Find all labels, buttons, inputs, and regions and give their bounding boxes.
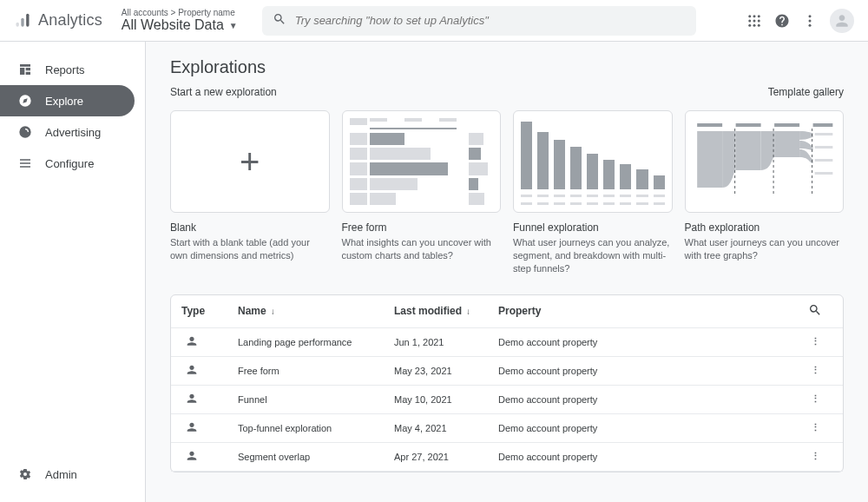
advertising-icon — [17, 125, 33, 139]
cell-property: Demo account property — [498, 337, 798, 347]
subhead: Start a new exploration — [170, 86, 277, 98]
svg-point-13 — [809, 19, 812, 22]
nav-reports-label: Reports — [45, 63, 85, 76]
cell-property: Demo account property — [498, 423, 798, 433]
svg-rect-26 — [814, 159, 832, 162]
row-more-icon[interactable]: ⋮ — [798, 451, 832, 462]
cell-property: Demo account property — [498, 394, 798, 405]
nav-explore[interactable]: Explore — [0, 85, 135, 116]
th-modified[interactable]: Last modified↓ — [394, 305, 498, 317]
svg-rect-16 — [735, 123, 760, 127]
owner-icon — [185, 334, 199, 350]
template-freeform[interactable] — [342, 110, 502, 213]
template-freeform-desc: What insights can you uncover with custo… — [342, 236, 502, 262]
svg-point-8 — [758, 19, 760, 22]
svg-rect-17 — [774, 123, 799, 127]
svg-rect-25 — [814, 146, 832, 149]
table-search-icon[interactable] — [798, 303, 832, 320]
account-picker[interactable]: All accounts > Property name All Website… — [122, 8, 238, 33]
template-funnel[interactable] — [513, 110, 673, 213]
funnel-illustration — [521, 118, 665, 205]
brand-name: Analytics — [38, 11, 102, 30]
svg-point-6 — [748, 19, 751, 22]
nav-advertising-label: Advertising — [45, 126, 101, 139]
cell-name: Funnel — [238, 394, 394, 405]
gear-icon — [17, 467, 33, 481]
search-box[interactable] — [262, 6, 696, 36]
table-row[interactable]: FunnelMay 10, 2021Demo account property⋮ — [171, 386, 843, 414]
template-path-desc: What user journeys can you uncover with … — [685, 236, 845, 262]
row-more-icon[interactable]: ⋮ — [798, 365, 832, 376]
svg-rect-0 — [16, 22, 19, 26]
search-input[interactable] — [295, 14, 686, 27]
page-title: Explorations — [170, 57, 844, 77]
cell-name: Free form — [238, 366, 394, 376]
svg-point-5 — [758, 15, 760, 17]
template-blank[interactable]: + — [170, 110, 330, 213]
path-illustration — [693, 118, 837, 205]
account-breadcrumb: All accounts > Property name — [122, 8, 238, 17]
svg-rect-19 — [735, 131, 760, 170]
svg-rect-18 — [812, 123, 832, 127]
brand-block[interactable]: Analytics — [14, 11, 102, 30]
nav-admin-label: Admin — [45, 468, 77, 481]
template-gallery-link[interactable]: Template gallery — [768, 86, 844, 98]
owner-icon — [185, 420, 199, 436]
table-header: Type Name↓ Last modified↓ Property — [171, 295, 843, 328]
row-more-icon[interactable]: ⋮ — [798, 422, 832, 433]
sidebar: Reports Explore Advertising Configure Ad… — [0, 42, 146, 502]
table-row[interactable]: Landing page performanceJun 1, 2021Demo … — [171, 328, 843, 357]
th-type[interactable]: Type — [181, 305, 238, 317]
nav-advertising[interactable]: Advertising — [0, 116, 135, 148]
nav-reports[interactable]: Reports — [0, 54, 135, 85]
table-row[interactable]: Free formMay 23, 2021Demo account proper… — [171, 357, 843, 386]
apps-icon[interactable] — [746, 13, 762, 29]
freeform-illustration — [350, 118, 494, 205]
sort-down-icon: ↓ — [466, 307, 470, 316]
more-vert-icon[interactable] — [802, 13, 818, 29]
th-property[interactable]: Property — [498, 305, 798, 317]
plus-icon: + — [240, 142, 260, 182]
svg-rect-27 — [814, 172, 832, 175]
svg-rect-2 — [26, 13, 29, 26]
cell-modified: May 10, 2021 — [394, 394, 498, 405]
row-more-icon[interactable]: ⋮ — [798, 393, 832, 405]
help-icon[interactable] — [774, 13, 790, 29]
svg-rect-24 — [814, 133, 832, 135]
template-funnel-desc: What user journeys can you analyze, segm… — [513, 236, 673, 275]
table-row[interactable]: Top-funnel explorationMay 4, 2021Demo ac… — [171, 414, 843, 443]
cell-name: Segment overlap — [238, 452, 394, 462]
template-freeform-title: Free form — [342, 221, 502, 234]
main-content: Explorations Start a new exploration Tem… — [146, 42, 868, 502]
template-cards: + Blank Start with a blank table (add yo… — [170, 110, 844, 275]
row-more-icon[interactable]: ⋮ — [798, 336, 832, 347]
svg-point-10 — [753, 23, 756, 26]
reports-icon — [17, 63, 33, 76]
cell-property: Demo account property — [498, 366, 798, 376]
owner-icon — [185, 392, 199, 407]
table-row[interactable]: Segment overlapApr 27, 2021Demo account … — [171, 443, 843, 472]
th-name[interactable]: Name↓ — [238, 305, 394, 317]
cell-modified: Jun 1, 2021 — [394, 337, 498, 347]
svg-point-7 — [753, 19, 756, 22]
nav-admin[interactable]: Admin — [0, 459, 135, 490]
search-icon — [273, 12, 286, 30]
cell-modified: May 23, 2021 — [394, 366, 498, 376]
account-value: All Website Data — [122, 17, 224, 33]
nav-configure[interactable]: Configure — [0, 148, 135, 179]
user-avatar[interactable] — [830, 9, 854, 33]
cell-name: Landing page performance — [238, 337, 394, 347]
header-actions — [746, 9, 854, 33]
configure-icon — [17, 156, 33, 170]
cell-name: Top-funnel exploration — [238, 423, 394, 433]
svg-point-11 — [758, 23, 760, 26]
owner-icon — [185, 363, 199, 379]
svg-rect-1 — [21, 17, 23, 26]
template-blank-desc: Start with a blank table (add your own d… — [170, 236, 330, 262]
svg-point-9 — [748, 23, 751, 26]
explorations-table: Type Name↓ Last modified↓ Property Landi… — [170, 294, 844, 472]
template-path[interactable] — [685, 110, 845, 213]
template-path-title: Path exploration — [685, 221, 845, 234]
cell-modified: Apr 27, 2021 — [394, 452, 498, 462]
owner-icon — [185, 449, 199, 465]
